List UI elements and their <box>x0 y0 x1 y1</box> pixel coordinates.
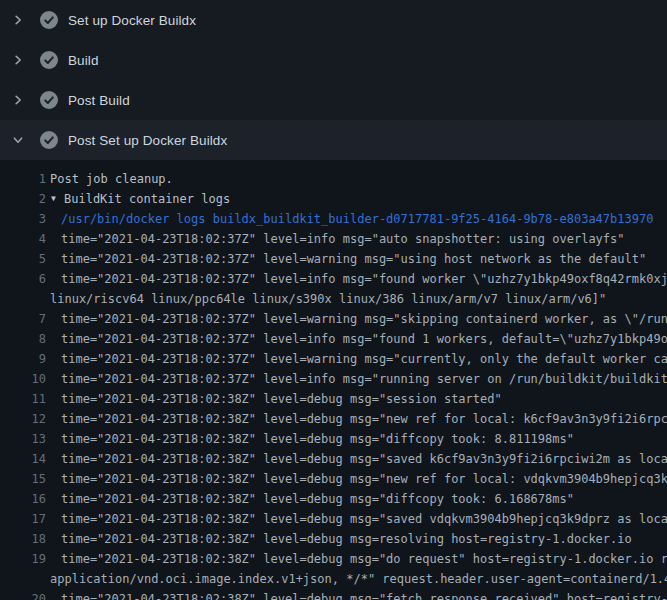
check-circle-icon <box>40 131 58 149</box>
log-line: 19 ▼ time="2021-04-23T18:02:38Z" level=d… <box>0 549 667 569</box>
step-log-output[interactable]: 1 ▼ Post job cleanup. 2 ▼ BuildKit conta… <box>0 160 667 600</box>
log-line-text: time="2021-04-23T18:02:38Z" level=debug … <box>61 489 574 509</box>
log-line-text: time="2021-04-23T18:02:38Z" level=debug … <box>61 429 574 449</box>
step-label: Build <box>68 53 99 68</box>
log-line[interactable]: 2 ▼ BuildKit container logs <box>0 189 667 209</box>
log-line: 9 ▼ time="2021-04-23T18:02:37Z" level=wa… <box>0 349 667 369</box>
log-line-text: time="2021-04-23T18:02:37Z" level=warnin… <box>61 249 646 269</box>
log-line: 4 ▼ time="2021-04-23T18:02:37Z" level=in… <box>0 229 667 249</box>
log-line: 7 ▼ time="2021-04-23T18:02:37Z" level=wa… <box>0 309 667 329</box>
log-line: 15 ▼ time="2021-04-23T18:02:38Z" level=d… <box>0 469 667 489</box>
log-line-text: time="2021-04-23T18:02:38Z" level=debug … <box>61 589 667 600</box>
log-line: 17 ▼ time="2021-04-23T18:02:38Z" level=d… <box>0 509 667 529</box>
log-line: 10 ▼ time="2021-04-23T18:02:37Z" level=i… <box>0 369 667 389</box>
log-line: 5 ▼ time="2021-04-23T18:02:37Z" level=wa… <box>0 249 667 269</box>
log-line-text: time="2021-04-23T18:02:37Z" level=info m… <box>61 229 625 249</box>
check-circle-icon <box>40 91 58 109</box>
step-header-build[interactable]: Build <box>0 40 667 80</box>
log-line: ▼ application/vnd.oci.image.index.v1+jso… <box>0 569 667 589</box>
log-line-text: time="2021-04-23T18:02:37Z" level=warnin… <box>61 349 667 369</box>
log-line-number[interactable]: 20 <box>0 589 46 600</box>
log-line-number[interactable]: 12 <box>0 409 46 429</box>
log-line-number[interactable]: 9 <box>0 349 46 369</box>
log-line-text: time="2021-04-23T18:02:38Z" level=debug … <box>61 409 667 429</box>
log-line-number[interactable]: 6 <box>0 269 46 289</box>
log-line: 18 ▼ time="2021-04-23T18:02:38Z" level=d… <box>0 529 667 549</box>
log-line-text: time="2021-04-23T18:02:37Z" level=info m… <box>61 269 667 289</box>
log-line-number[interactable]: 18 <box>0 529 46 549</box>
log-line: 6 ▼ time="2021-04-23T18:02:37Z" level=in… <box>0 269 667 289</box>
log-line-number[interactable]: 3 <box>0 209 46 229</box>
log-line-number[interactable]: 2 <box>0 189 46 209</box>
log-line-number[interactable]: 4 <box>0 229 46 249</box>
log-line-number[interactable]: 7 <box>0 309 46 329</box>
log-line-text: Post job cleanup. <box>50 169 173 189</box>
log-line-number[interactable]: 8 <box>0 329 46 349</box>
log-line-number[interactable]: 11 <box>0 389 46 409</box>
job-steps-list: Set up Docker Buildx Build Post Build Po… <box>0 0 667 160</box>
step-header-setup-docker-buildx[interactable]: Set up Docker Buildx <box>0 0 667 40</box>
log-line-number[interactable]: 13 <box>0 429 46 449</box>
group-triangle-icon[interactable]: ▼ <box>51 189 64 209</box>
step-label: Post Set up Docker Buildx <box>68 133 227 148</box>
step-header-post-build[interactable]: Post Build <box>0 80 667 120</box>
chevron-down-icon[interactable] <box>12 134 24 146</box>
log-line: 8 ▼ time="2021-04-23T18:02:37Z" level=in… <box>0 329 667 349</box>
log-line-text: time="2021-04-23T18:02:37Z" level=warnin… <box>61 309 667 329</box>
log-line: ▼ linux/riscv64 linux/ppc64le linux/s390… <box>0 289 667 309</box>
log-line-text: application/vnd.oci.image.index.v1+json,… <box>50 569 667 589</box>
log-line-text: BuildKit container logs <box>64 189 230 209</box>
log-line-number[interactable]: 1 <box>0 169 46 189</box>
log-line-number[interactable]: 5 <box>0 249 46 269</box>
log-line-text: linux/riscv64 linux/ppc64le linux/s390x … <box>50 289 606 309</box>
step-label: Set up Docker Buildx <box>68 13 196 28</box>
log-line-number[interactable] <box>0 289 46 309</box>
log-line-number[interactable]: 16 <box>0 489 46 509</box>
log-line: 12 ▼ time="2021-04-23T18:02:38Z" level=d… <box>0 409 667 429</box>
log-line-text: /usr/bin/docker logs buildx_buildkit_bui… <box>61 209 653 229</box>
log-line-text: time="2021-04-23T18:02:38Z" level=debug … <box>61 469 667 489</box>
log-line: 3 ▼ /usr/bin/docker logs buildx_buildkit… <box>0 209 667 229</box>
log-line-number[interactable]: 19 <box>0 549 46 569</box>
check-circle-icon <box>40 11 58 29</box>
chevron-right-icon[interactable] <box>12 14 24 26</box>
log-line-text: time="2021-04-23T18:02:38Z" level=debug … <box>61 549 667 569</box>
log-line: 16 ▼ time="2021-04-23T18:02:38Z" level=d… <box>0 489 667 509</box>
step-label: Post Build <box>68 93 130 108</box>
log-line-number[interactable]: 15 <box>0 469 46 489</box>
log-line-text: time="2021-04-23T18:02:37Z" level=info m… <box>61 329 667 349</box>
log-line-text: time="2021-04-23T18:02:38Z" level=debug … <box>61 389 502 409</box>
log-line-number[interactable] <box>0 569 46 589</box>
check-circle-icon <box>40 51 58 69</box>
log-line-text: time="2021-04-23T18:02:38Z" level=debug … <box>61 529 632 549</box>
log-line: 11 ▼ time="2021-04-23T18:02:38Z" level=d… <box>0 389 667 409</box>
log-line: 20 ▼ time="2021-04-23T18:02:38Z" level=d… <box>0 589 667 600</box>
log-line: 13 ▼ time="2021-04-23T18:02:38Z" level=d… <box>0 429 667 449</box>
log-line: 1 ▼ Post job cleanup. <box>0 169 667 189</box>
log-line-number[interactable]: 10 <box>0 369 46 389</box>
step-header-post-setup-docker-buildx[interactable]: Post Set up Docker Buildx <box>0 120 667 160</box>
chevron-right-icon[interactable] <box>12 94 24 106</box>
log-line-text: time="2021-04-23T18:02:38Z" level=debug … <box>61 509 667 529</box>
chevron-right-icon[interactable] <box>12 54 24 66</box>
log-line-number[interactable]: 17 <box>0 509 46 529</box>
log-line-number[interactable]: 14 <box>0 449 46 469</box>
log-line-text: time="2021-04-23T18:02:37Z" level=info m… <box>61 369 667 389</box>
log-line-text: time="2021-04-23T18:02:38Z" level=debug … <box>61 449 667 469</box>
log-line: 14 ▼ time="2021-04-23T18:02:38Z" level=d… <box>0 449 667 469</box>
